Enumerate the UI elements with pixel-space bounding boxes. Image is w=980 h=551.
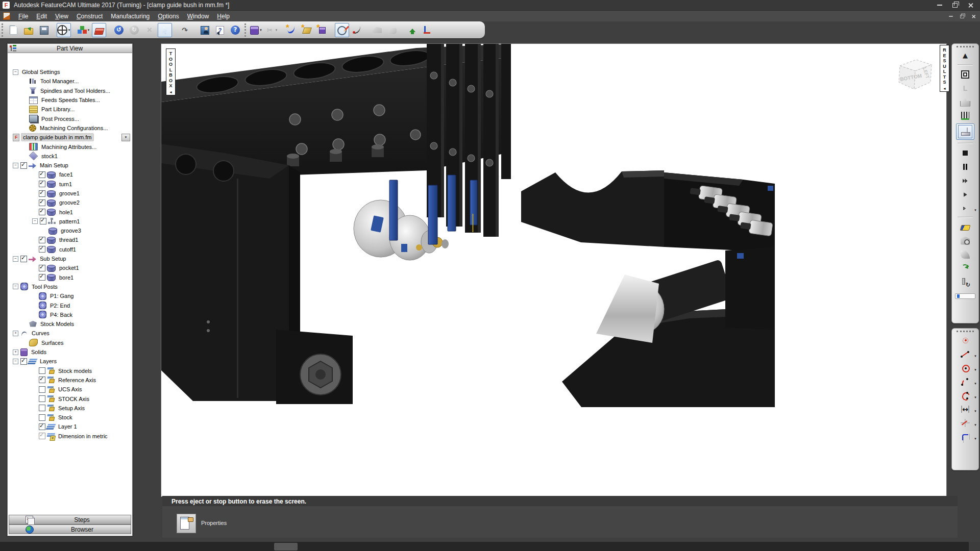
checkbox-pattern1[interactable] [40,218,46,224]
brick-button-icon[interactable] [92,23,106,37]
collapse-box[interactable] [13,256,18,262]
dropdown-arrow-icon[interactable]: ▼ [974,437,977,440]
maximize-button[interactable] [958,14,967,18]
tree-item-sub-setup[interactable]: Sub Setup [8,254,132,263]
collapse-box[interactable] [13,69,18,75]
scissors-button-icon[interactable]: ▼ [264,23,279,37]
person-button-icon[interactable] [198,23,212,37]
expand-box[interactable] [13,349,18,355]
3d-viewport[interactable]: BOTTOM LEFT [161,43,947,497]
tree-item-stock1[interactable]: stock1 [8,152,132,161]
tree-item-p1-gang[interactable]: P1: Gang [8,291,132,300]
menu-options[interactable]: Options [154,12,183,21]
eraser-button-icon[interactable] [952,220,978,233]
part3d-button-icon[interactable] [952,95,978,108]
checkbox-sub-setup[interactable] [20,256,27,262]
pause-button-icon[interactable] [952,160,978,173]
tree-item-face1[interactable]: face1 [8,170,132,179]
tree-item-feeds-speeds-tables[interactable]: Feeds Speeds Tables... [8,95,132,105]
tree-item-hole1[interactable]: hole1 [8,207,132,216]
tree-item-groove2[interactable]: groove2 [8,198,132,207]
checkbox-turn1[interactable] [39,181,45,187]
target-button-icon[interactable] [952,68,978,81]
tree-item-cutoff1[interactable]: cutoff1 [8,245,132,254]
tree-item-pocket1[interactable]: pocket1 [8,263,132,272]
point-button-icon[interactable] [952,334,978,346]
tree-item-thread1[interactable]: thread1 [8,235,132,244]
tree-item-pattern1[interactable]: pattern1 [8,217,132,226]
checkbox-dimension-in-metric[interactable] [39,433,45,439]
surfedit-button-icon[interactable] [385,23,400,37]
collapse-box[interactable] [13,359,18,364]
playops-button-icon[interactable]: ▼ [952,202,978,214]
menu-help[interactable]: Help [213,12,234,21]
globe-button-icon[interactable]: ▼ [57,23,71,37]
tree-item-spindles-and-tool-holders[interactable]: Spindles and Tool Holders... [8,86,132,95]
tree-item-main-setup[interactable]: Main Setup [8,161,132,170]
resize-grip[interactable] [969,542,980,551]
menu-manufacturing[interactable]: Manufacturing [107,12,154,21]
dropdown-arrow-icon[interactable]: ▼ [275,29,278,32]
checkbox-layer-1[interactable] [39,423,45,430]
tree-item-stock-axis[interactable]: STOCK Axis [8,394,132,403]
importarr-button-icon[interactable] [405,23,420,37]
toolbox-tab[interactable]: TOOLBOX◄ [166,48,176,95]
checkbox-ucs-axis[interactable] [39,386,45,393]
dropdown-arrow-icon[interactable]: ▼ [68,29,71,32]
slider-button-icon[interactable] [952,289,978,302]
checkbox-stock-axis[interactable] [39,395,45,402]
expand-box[interactable] [13,331,18,336]
tree-item-tool-manager[interactable]: Tool Manager... [8,77,132,86]
tree-item-surfaces[interactable]: Surfaces [8,338,132,347]
checkbox-bore1[interactable] [39,274,45,281]
step-button-icon[interactable] [952,188,978,201]
delx-button-icon[interactable] [142,23,157,37]
tree-item-groove3[interactable]: groove3 [8,226,132,235]
stop-button-icon[interactable] [952,146,978,159]
machine-button-icon[interactable] [956,123,974,140]
wizsurface-button-icon[interactable] [300,23,314,37]
collapse-box[interactable] [32,218,38,224]
circle-button-icon[interactable]: ▼ [952,361,978,374]
redo-button-icon[interactable] [127,23,141,37]
maximize-button[interactable] [947,1,963,9]
checkbox-setup-axis[interactable] [39,405,45,411]
simwave-button-icon[interactable] [952,109,978,122]
tree-item-p4-back[interactable]: P4: Back [8,310,132,319]
dropdown-arrow-icon[interactable]: ▼ [974,423,977,427]
ffwd-button-icon[interactable] [952,174,978,187]
arc-button-icon[interactable]: ▼ [952,389,978,402]
results-tab[interactable]: RESULTS◄ [940,45,949,92]
properties-label[interactable]: Properties [201,508,227,538]
menu-construct[interactable]: Construct [72,12,107,21]
tree-item-solids[interactable]: Solids [8,347,132,357]
minimize-button[interactable] [947,14,955,18]
axesrot-button-icon[interactable] [421,23,435,37]
checkbox-stock[interactable] [39,414,45,421]
checkbox-layers[interactable] [20,358,27,365]
wave-button-icon[interactable] [952,248,978,261]
save-button-icon[interactable] [37,23,51,37]
dim-button-icon[interactable]: ▼ [952,403,978,415]
tree-item-ucs-axis[interactable]: UCS Axis [8,385,132,394]
collapse-box[interactable] [13,284,18,289]
tree-item-stock[interactable]: Stock [8,413,132,422]
file-dropdown-button[interactable]: ▼ [121,134,130,141]
collapse-arrow-icon[interactable]: ◄ [943,87,946,90]
trim-button-icon[interactable]: ▼ [952,416,978,429]
chamfer-button-icon[interactable] [370,23,384,37]
tree-item-part-library[interactable]: Part Library... [8,105,132,114]
checkbox-groove2[interactable] [39,199,45,206]
tree-item-setup-axis[interactable]: Setup Axis [8,404,132,413]
tree-item-reference-axis[interactable]: Reference Axis [8,375,132,385]
tree-item-machining-attributes[interactable]: Machining Attributes... [8,142,132,151]
tree-item-clamp-guide-bush-in-mm-fm[interactable]: clamp guide bush in mm.fm▼ [8,133,132,142]
cursor-button-icon[interactable] [158,23,172,37]
shapes-button-icon[interactable]: ▼ [77,23,91,37]
checkbox-stock-models[interactable] [39,367,45,374]
curvepoint-button-icon[interactable] [350,23,364,37]
open-button-icon[interactable] [21,23,36,37]
browser-tab[interactable]: Browser [9,524,131,534]
close-button[interactable] [969,14,978,18]
checkbox-groove1[interactable] [39,190,45,197]
